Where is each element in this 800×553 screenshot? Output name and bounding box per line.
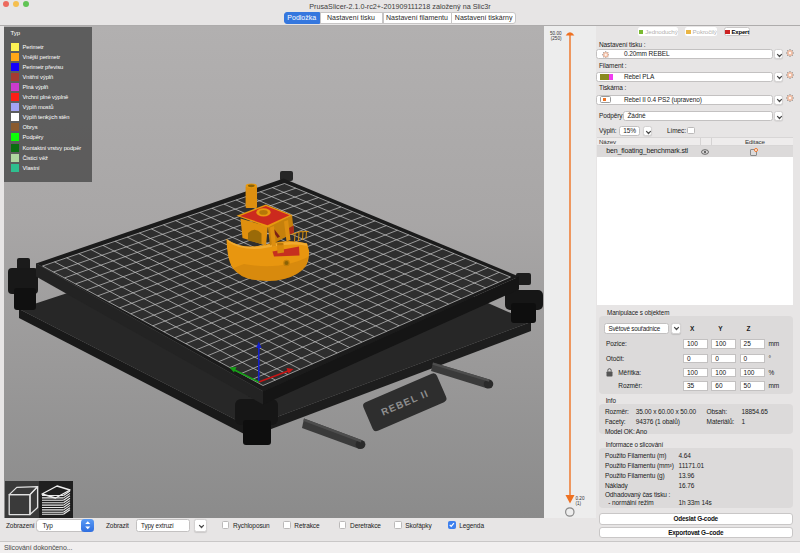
svg-text:(1): (1) xyxy=(575,501,581,506)
svg-text:(250): (250) xyxy=(550,36,561,41)
